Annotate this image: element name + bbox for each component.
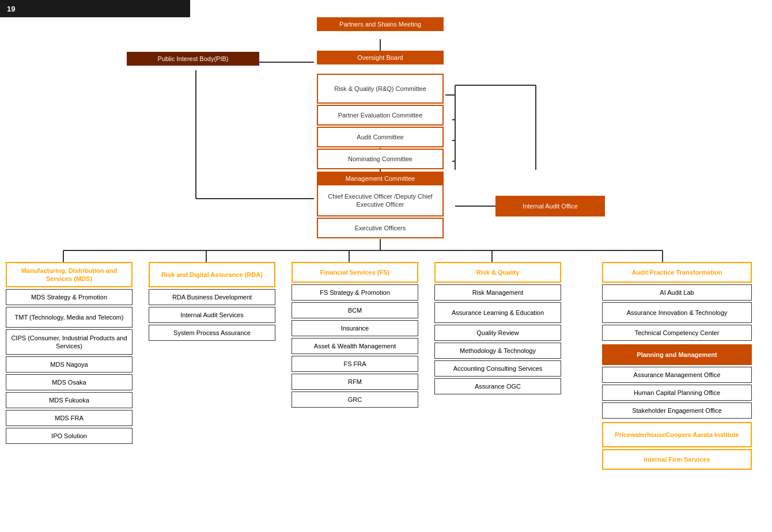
oversight-box: Oversight Board <box>317 51 444 64</box>
apt-header: Audit Practice Transformation <box>602 262 752 283</box>
rq-item-5: Assurance OGC <box>434 378 561 394</box>
partner-eval-label: Partner Evaluation Committee <box>338 111 423 119</box>
mds-item-1: TMT (Technology, Media and Telecom) <box>6 307 133 328</box>
partner-eval-box: Partner Evaluation Committee <box>317 105 444 126</box>
partners-shains-box: Partners and Shains Meeting <box>317 17 444 31</box>
rda-column: Risk and Digital Assurance (RDA) RDA Bus… <box>143 262 281 343</box>
ifs-header: Internal Firm Services <box>602 449 752 470</box>
mds-item-2: CIPS (Consumer, Industrial Products and … <box>6 329 133 355</box>
rq-committee-label: Risk & Quality (R&Q) Committee <box>334 85 426 93</box>
fs-item-1: BCM <box>292 302 418 318</box>
rq-column: Risk & Quality Risk Management Assurance… <box>429 262 567 396</box>
ceo-label: Chief Executive Officer /Deputy Chief Ex… <box>321 192 439 209</box>
oversight-label: Oversight Board <box>357 54 403 61</box>
apt-item-2: Technical Competency Center <box>602 325 752 341</box>
rq-item-4: Accounting Consulting Services <box>434 360 561 377</box>
pwc-header: PricewaterhouseCoopers Aarata Institute <box>602 422 752 447</box>
exec-officers-label: Executive Officers <box>355 224 406 232</box>
internal-audit-office-box: Internal Audit Office <box>495 196 605 216</box>
mds-item-4: MDS Osaka <box>6 374 133 390</box>
fs-item-6: GRC <box>292 392 418 408</box>
internal-audit-office-label: Internal Audit Office <box>523 202 578 210</box>
fs-item-3: Asset & Wealth Management <box>292 338 418 354</box>
rq-dept-header: Risk & Quality <box>434 262 561 283</box>
pm-item-2: Stakeholder Engagement Office <box>602 402 752 419</box>
rq-committee-box: Risk & Quality (R&Q) Committee <box>317 74 444 104</box>
ceo-box: Chief Executive Officer /Deputy Chief Ex… <box>317 184 444 216</box>
page-title: 19 <box>0 0 190 17</box>
fs-item-5: RFM <box>292 374 418 390</box>
audit-committee-label: Audit Committee <box>357 133 403 141</box>
fs-item-0: FS Strategy & Promotion <box>292 284 418 301</box>
fs-header: Financial Services (FS) <box>292 262 418 283</box>
rda-item-1: Internal Audit Services <box>149 307 275 323</box>
pib-label: Public Interest Body(PIB) <box>158 55 229 62</box>
apt-item-1: Assurance Innovation & Technology <box>602 302 752 323</box>
fs-column: Financial Services (FS) FS Strategy & Pr… <box>286 262 424 409</box>
rda-header: Risk and Digital Assurance (RDA) <box>149 262 275 287</box>
mds-header: Manufacturing, Distribution and Services… <box>6 262 133 287</box>
mds-column: Manufacturing, Distribution and Services… <box>0 262 138 446</box>
partners-label: Partners and Shains Meeting <box>339 21 421 28</box>
mds-item-6: MDS FRA <box>6 410 133 426</box>
exec-officers-box: Executive Officers <box>317 218 444 238</box>
audit-committee-box: Audit Committee <box>317 127 444 147</box>
rda-item-2: System Process Assurance <box>149 325 275 341</box>
apt-column: Audit Practice Transformation AI Audit L… <box>593 262 760 472</box>
rq-item-3: Methodology & Technology <box>434 343 561 359</box>
nominating-box: Nominating Committee <box>317 149 444 169</box>
pm-item-1: Human Capital Planning Office <box>602 385 752 401</box>
rda-item-0: RDA Business Development <box>149 289 275 305</box>
title-text: 19 <box>7 5 15 13</box>
page-root: 19 <box>0 0 772 532</box>
mds-item-5: MDS Fukuoka <box>6 392 133 408</box>
management-label: Management Committee <box>346 175 415 182</box>
management-box: Management Committee <box>317 172 444 185</box>
apt-item-0: AI Audit Lab <box>602 284 752 301</box>
rq-item-0: Risk Management <box>434 284 561 301</box>
pm-header: Planning and Management <box>602 344 752 365</box>
fs-item-4: FS FRA <box>292 356 418 372</box>
mds-item-7: IPO Solution <box>6 428 133 444</box>
pib-box: Public Interest Body(PIB) <box>127 52 259 66</box>
fs-item-2: Insurance <box>292 320 418 336</box>
nominating-label: Nominating Committee <box>348 155 413 163</box>
rq-item-2: Quality Review <box>434 325 561 341</box>
pm-item-0: Assurance Management Office <box>602 367 752 383</box>
mds-item-3: MDS Nagoya <box>6 356 133 373</box>
mds-item-0: MDS Strategy & Promotion <box>6 289 133 305</box>
rq-item-1: Assurance Learning & Education <box>434 302 561 323</box>
